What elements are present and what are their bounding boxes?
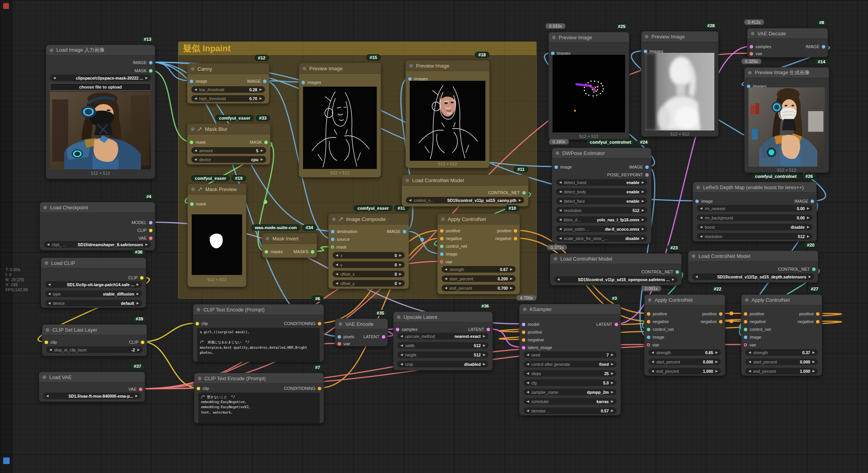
negative-input-slot[interactable]: negative [440,236,462,241]
widget-high_threshold[interactable]: ◀high_threshold0.70▶ [191,95,265,102]
decrement-arrow-icon[interactable]: ◀ [48,283,50,286]
decrement-arrow-icon[interactable]: ◀ [445,277,447,280]
mask-input-slot[interactable]: mask [331,244,347,250]
increment-arrow-icon[interactable]: ▶ [716,369,718,373]
image-input-slot[interactable]: image [744,334,761,340]
node-23[interactable]: 0.371s#23Load ControlNet ModelCONTROL_NE… [550,253,682,285]
masks-input-slot[interactable]: masks [265,249,283,254]
slot-dot-icon[interactable] [522,191,526,195]
decrement-arrow-icon[interactable]: ◀ [559,227,561,231]
increment-arrow-icon[interactable]: ▶ [510,286,513,290]
increment-arrow-icon[interactable]: ▶ [399,254,402,257]
node-19[interactable]: comfyui_esser#19Mask Previewmask512 × 51… [187,184,246,287]
node-header[interactable]: Preview Image 生成画像 [745,68,829,78]
widget-combo[interactable]: ◀SD1.5\vae-ft-mse-840000-ema-p...▶ [43,393,141,399]
slot-dot-icon[interactable] [396,328,399,331]
decrement-arrow-icon[interactable]: ◀ [46,394,49,398]
node-header[interactable]: CLIP Set Last Layer [42,325,147,335]
increment-arrow-icon[interactable]: ▶ [137,292,139,296]
node-24[interactable]: 0.180scomfyui_controlnet#24DWPose Estima… [552,148,651,244]
increment-arrow-icon[interactable]: ▶ [807,235,809,238]
decrement-arrow-icon[interactable]: ◀ [194,88,197,91]
slot-dot-icon[interactable] [647,312,650,316]
widget-stop_at_clip_layer[interactable]: ◀stop_at_clip_layer-2▶ [46,346,143,353]
node-37[interactable]: #37Load VAEVAE◀SD1.5\vae-ft-mse-840000-e… [39,372,145,402]
increment-arrow-icon[interactable]: ▶ [611,362,613,366]
widget-pose_estim ...[interactable]: ◀pose_estim ...dw-ll_ucoco.onnx▶ [556,226,647,232]
slot-dot-icon[interactable] [190,80,193,83]
node-15[interactable]: #15Preview Imageimages512 × 512 [299,63,381,177]
mask-input-slot[interactable]: mask [190,201,206,207]
decrement-arrow-icon[interactable]: ◀ [445,268,447,271]
upload-button[interactable]: choose file to upload [50,83,151,90]
positive-output-slot[interactable]: positive [799,311,819,316]
decrement-arrow-icon[interactable]: ◀ [527,400,529,403]
latent_image-input-slot[interactable]: latent_image [522,345,552,350]
negative-input-slot[interactable]: negative [647,319,669,324]
IMAGE-output-slot[interactable]: IMAGE [795,198,814,204]
CONTROL_NET-output-slot[interactable]: CONTROL_NET [488,190,526,195]
widget-end_percent[interactable]: ◀end_percent1.000▶ [648,368,721,374]
source-input-slot[interactable]: source [331,237,350,242]
prompt-textarea[interactable]: /* 望まないこと */ embedding:EasyNegative, emb… [198,393,320,424]
slot-dot-icon[interactable] [676,270,679,274]
collapse-dot-icon[interactable] [339,322,342,326]
node-header[interactable]: Preview Image [406,61,489,71]
IMAGE-output-slot[interactable]: IMAGE [247,78,267,84]
collapse-dot-icon[interactable] [645,35,648,38]
decrement-arrow-icon[interactable]: ◀ [400,362,403,366]
negative-output-slot[interactable]: negative [495,236,517,241]
increment-arrow-icon[interactable]: ▶ [510,268,513,271]
node-34[interactable]: was-node-suite-con#34Mask InvertmasksMAS… [262,233,317,258]
slot-dot-icon[interactable] [719,312,722,316]
control_net-input-slot[interactable]: control_net [647,327,674,332]
collapse-dot-icon[interactable] [46,328,49,332]
IMAGE-output-slot[interactable]: IMAGE [806,44,825,49]
collapse-dot-icon[interactable] [197,308,200,311]
node-header[interactable]: Load ControlNet Model [550,254,681,264]
decrement-arrow-icon[interactable]: ◀ [527,353,529,356]
increment-arrow-icon[interactable]: ▶ [716,360,718,363]
widget-sampler_name[interactable]: ◀sampler_namedpmpp_2m▶ [523,389,617,395]
slot-dot-icon[interactable] [647,343,650,346]
positive-input-slot[interactable]: positive [647,311,667,316]
increment-arrow-icon[interactable]: ▶ [809,275,811,278]
node-7[interactable]: #7CLIP Text Encode (Prompt)clipCONDITION… [194,373,324,423]
slot-dot-icon[interactable] [331,230,334,233]
decrement-arrow-icon[interactable]: ◀ [409,198,411,202]
node-header[interactable]: Canny [187,64,269,74]
widget-scale_stick_for_xinsr_...[interactable]: ◀scale_stick_for_xinsr_...disable▶ [556,235,647,242]
widget-device[interactable]: ◀devicecpu▶ [191,156,266,163]
slot-dot-icon[interactable] [822,45,825,49]
positive-input-slot[interactable]: positive [744,311,764,316]
vae-input-slot[interactable]: vae [744,342,756,348]
model-input-slot[interactable]: model [522,322,539,327]
node-header[interactable]: Load ControlNet Model [402,175,528,186]
decrement-arrow-icon[interactable]: ◀ [445,286,447,290]
CLIP-output-slot[interactable]: CLIP [128,275,144,280]
collapse-dot-icon[interactable] [409,64,413,68]
slot-dot-icon[interactable] [750,52,753,56]
collapse-dot-icon[interactable] [50,49,53,52]
slot-dot-icon[interactable] [301,81,305,84]
decrement-arrow-icon[interactable]: ◀ [700,235,702,238]
collapse-dot-icon[interactable] [556,151,559,155]
increment-arrow-icon[interactable]: ▶ [611,400,613,403]
slot-dot-icon[interactable] [149,69,152,73]
collapse-dot-icon[interactable] [191,67,194,71]
widget-boost[interactable]: ◀boostdisable▶ [697,224,813,230]
increment-arrow-icon[interactable]: ▶ [611,353,613,356]
widget-start_percent[interactable]: ◀start_percent0.200▶ [442,275,516,282]
decrement-arrow-icon[interactable]: ◀ [527,362,529,366]
widget-start_percent[interactable]: ◀start_percent0.000▶ [745,358,818,365]
node-8[interactable]: 0.412s#8VAE DecodesamplesvaeIMAGE [747,28,828,57]
widget-cfg[interactable]: ◀cfg5.0▶ [523,379,617,386]
node-39[interactable]: #39CLIP Set Last LayerclipCLIP◀stop_at_c… [42,324,147,356]
node-graph-canvas[interactable]: T: 0.00s I: 0 N: 29 [29] V: 249 FPS:142.… [0,0,868,473]
pixels-input-slot[interactable]: pixels [338,334,354,339]
node-18[interactable]: #18Preview Imageimages512 × 512 [405,60,490,168]
slot-dot-icon[interactable] [744,312,747,316]
decrement-arrow-icon[interactable]: ◀ [700,216,702,219]
widget-detect_body[interactable]: ◀detect_bodyenable▶ [556,188,647,195]
increment-arrow-icon[interactable]: ▶ [137,283,139,286]
